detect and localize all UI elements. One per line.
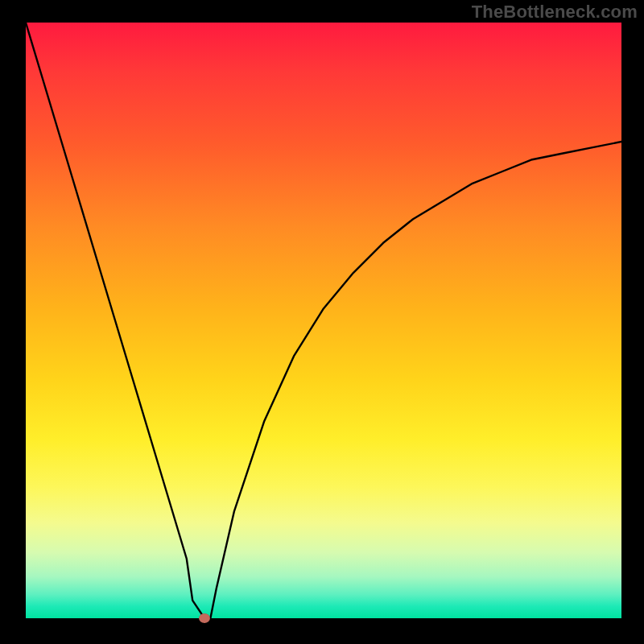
bottleneck-curve [26,23,621,618]
watermark-text: TheBottleneck.com [472,2,638,23]
curve-svg [26,23,621,618]
plot-area [26,23,621,618]
optimum-marker [199,613,210,623]
chart-frame: TheBottleneck.com [0,0,644,644]
